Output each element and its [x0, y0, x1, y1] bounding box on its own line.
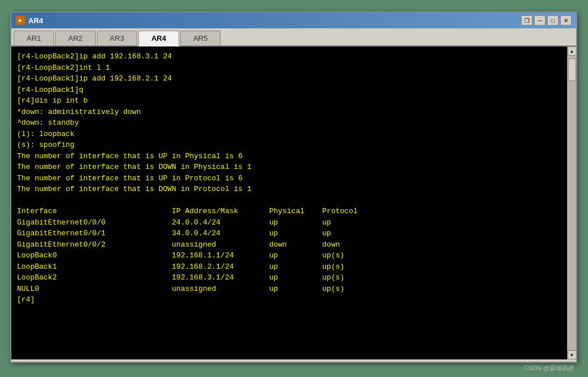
title-bar: ▶ AR4 ❐ ─ □ ✕ [11, 12, 576, 28]
window-title: AR4 [28, 16, 43, 25]
tab-ar4[interactable]: AR4 [138, 31, 179, 46]
title-bar-left: ▶ AR4 [16, 16, 43, 25]
tab-ar2[interactable]: AR2 [55, 31, 95, 45]
minimize-button[interactable]: ─ [534, 15, 545, 26]
tab-ar1[interactable]: AR1 [14, 31, 54, 45]
scrollbar-track[interactable] [568, 56, 576, 350]
tab-ar5[interactable]: AR5 [180, 31, 221, 45]
scrollbar-down-button[interactable]: ▼ [568, 350, 577, 359]
restore-button[interactable]: ❐ [521, 15, 532, 26]
scrollbar-up-button[interactable]: ▲ [568, 46, 577, 56]
tab-ar3[interactable]: AR3 [97, 31, 137, 45]
maximize-button[interactable]: □ [547, 15, 559, 26]
watermark: CSDN @霖烟易辞 [524, 364, 574, 372]
main-window: ▶ AR4 ❐ ─ □ ✕ AR1 AR2 AR3 AR4 AR5 [r4-Lo… [10, 11, 577, 363]
app-icon: ▶ [16, 16, 25, 25]
title-buttons: ❐ ─ □ ✕ [521, 15, 572, 26]
terminal-output: [r4-LoopBack2]ip add 192.168.3.1 24 [r4-… [17, 51, 561, 306]
scrollbar[interactable]: ▲ ▼ [567, 46, 576, 359]
content-area: [r4-LoopBack2]ip add 192.168.3.1 24 [r4-… [11, 46, 576, 359]
close-button[interactable]: ✕ [560, 15, 572, 26]
tab-bar: AR1 AR2 AR3 AR4 AR5 [11, 28, 576, 46]
scrollbar-thumb[interactable] [568, 58, 576, 81]
terminal[interactable]: [r4-LoopBack2]ip add 192.168.3.1 24 [r4-… [11, 46, 567, 359]
